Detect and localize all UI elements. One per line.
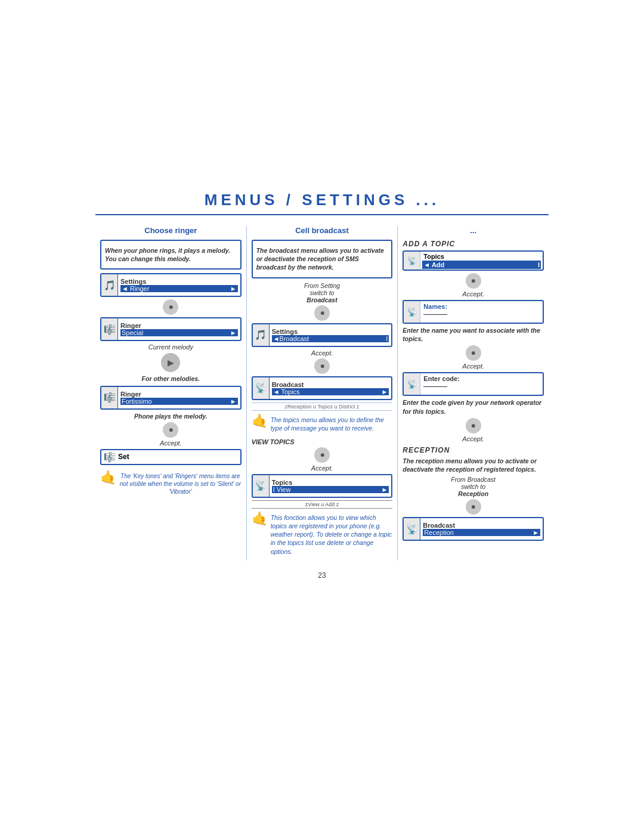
topics-person-icon: 🤙 [252, 413, 268, 429]
reception-text: The reception menu allows you to activat… [402, 457, 544, 473]
topics-icon: 📡 [253, 475, 270, 497]
set-label: Set [118, 453, 129, 461]
menu-settings2-label: Settings [272, 328, 389, 335]
from-broadcast-text: From Broadcast switch to Reception [402, 476, 544, 497]
col-cell-broadcast: Cell broadcast The broadcast menu allows… [247, 226, 398, 561]
add-topic-heading: ADD A TOPIC [402, 240, 544, 248]
page-wrapper: Menus / Settings ... Choose ringer When … [0, 0, 644, 833]
ringer-icon-1: 🎼 [101, 318, 118, 340]
add-row: ◄ Add I [422, 261, 541, 269]
menu-broadcast-label: Broadcast [272, 381, 389, 388]
menu-broadcast3-label: Broadcast [423, 522, 540, 529]
page-title: Menus / Settings ... [205, 191, 439, 209]
note-container: 🤙 The 'Key tones' and 'Ringers' menu ite… [100, 470, 242, 496]
col-add-topic: ... ADD A TOPIC 📡 Topics ◄ Add I [398, 226, 549, 561]
play-circle: ▶ [161, 353, 180, 372]
accept-circle-3: ⏺ [314, 358, 330, 374]
person-phone-icon: 🤙 [100, 470, 117, 485]
ringer-icon-2: 🎼 [101, 387, 118, 408]
topics-menu-text: The topics menu allows you to define the… [271, 416, 393, 432]
view-topics-label: VIEW TOPICS [252, 438, 393, 445]
menu-ringer-row: ◄ Ringer ► [120, 285, 238, 292]
accept-circle-col3-2: ⏺ [466, 345, 481, 361]
broadcast-reception-icon: 📡 [404, 518, 420, 540]
col3-accept2: Accept. [402, 363, 544, 370]
names-box: 📡 Names: [402, 300, 544, 324]
code-instruction: Enter the code given by your network ope… [402, 398, 544, 415]
broadcast-reception-menu: 📡 Broadcast Reception ► [402, 517, 544, 541]
view-note: 🤙 This fonction allows you to view which… [252, 511, 393, 558]
menu-broadcast-row: ◄Broadcast I [272, 335, 389, 342]
for-other-label: For other melodies. [100, 374, 242, 383]
accept-circle-4: ⏺ [314, 447, 330, 463]
menu-special-row: Special ► [120, 329, 238, 336]
view-fonc-text: This fonction allows you to view which t… [271, 513, 393, 556]
ringer-fortissimo-menu: 🎼 Ringer Fortissimo ► [100, 386, 242, 410]
col3-accept1: Accept. [402, 290, 544, 298]
menu-fortissimo-row: Fortissimo ► [120, 398, 238, 405]
current-melody-label: Current melody [100, 343, 242, 351]
topics-view-menu: 📡 Topics I View ► [252, 474, 393, 498]
accept-circle-col3-1: ⏺ [466, 273, 481, 289]
col2-title: Cell broadcast [252, 226, 393, 235]
columns-container: Choose ringer When your phone rings, it … [95, 226, 549, 561]
enter-code-box: 📡 Enter code: [402, 372, 544, 396]
accept2-label: Accept. [100, 439, 242, 447]
ringer-special-menu: 🎼 Ringer Special ► [100, 317, 242, 341]
menu-topics-label: Topics [272, 479, 389, 486]
col2-accept2: Accept. [252, 465, 393, 472]
settings-icon-2: 🎵 [253, 324, 270, 346]
topics-add-box: 📡 Topics ◄ Add I [402, 250, 544, 271]
menu-reception-row: Reception ► [423, 529, 540, 536]
broadcast-topics-menu: 📡 Broadcast ◄ Topics ► [252, 376, 393, 400]
col1-intro: When your phone rings, it plays a melody… [105, 246, 237, 263]
menu-ringer-label: Ringer [120, 322, 238, 329]
set-icon: 🎼 [104, 451, 116, 463]
accept-circle-col3-4: ⏺ [466, 499, 481, 515]
menu-settings-label: Settings [120, 278, 238, 285]
topics-note: 🤙 The topics menu allows you to define t… [252, 413, 393, 435]
accept-circle-1: ⏺ [163, 299, 178, 315]
accept-circle-2: ⏺ [163, 422, 178, 438]
page-number: 23 [318, 571, 326, 580]
code-input-line [423, 382, 447, 387]
names-label: Names: [423, 303, 540, 310]
breadcrumb: zReception u Topics u District z [252, 402, 393, 411]
settings-ringer-menu: 🎵 Settings ◄ Ringer ► [100, 273, 242, 297]
phone-plays-label: Phone plays the melody. [100, 412, 242, 420]
col2-accept1: Accept. [252, 349, 393, 357]
view-person-icon: 🤙 [252, 511, 268, 527]
enter-code-label: Enter code: [423, 375, 540, 382]
col3-accept3: Accept. [402, 435, 544, 442]
topics-label-row: Topics [422, 252, 541, 261]
col3-title: ... [402, 226, 544, 235]
reception-heading: RECEPTION [402, 446, 544, 454]
col1-title: Choose ringer [100, 226, 242, 235]
set-menu: 🎼 Set [100, 449, 242, 465]
settings-icon: 🎵 [101, 274, 118, 296]
broadcast-icon: 📡 [253, 377, 270, 399]
names-instruction: Enter the name you want to associate wit… [402, 326, 544, 343]
title-divider [95, 214, 549, 215]
code-icon: 📡 [404, 373, 420, 395]
menu-ringer2-label: Ringer [120, 391, 238, 398]
accept-circle-broadcast: ⏺ [314, 305, 330, 321]
from-setting-text: From Setting switch to Broadcast [252, 282, 393, 304]
view-nav: zView u Add z [252, 500, 393, 509]
menu-topics-row: ◄ Topics ► [272, 388, 389, 395]
names-icon: 📡 [404, 301, 420, 323]
accept-circle-col3-3: ⏺ [466, 418, 481, 433]
topics-add-icon: 📡 [404, 252, 420, 270]
col2-intro: The broadcast menu allows you to activat… [256, 246, 388, 272]
names-input-line [423, 310, 447, 315]
settings-broadcast-menu: 🎵 Settings ◄Broadcast I [252, 323, 393, 347]
menu-view-row: I View ► [272, 486, 389, 493]
col-choose-ringer: Choose ringer When your phone rings, it … [95, 226, 247, 561]
note-text: The 'Key tones' and 'Ringers' menu items… [119, 472, 242, 496]
